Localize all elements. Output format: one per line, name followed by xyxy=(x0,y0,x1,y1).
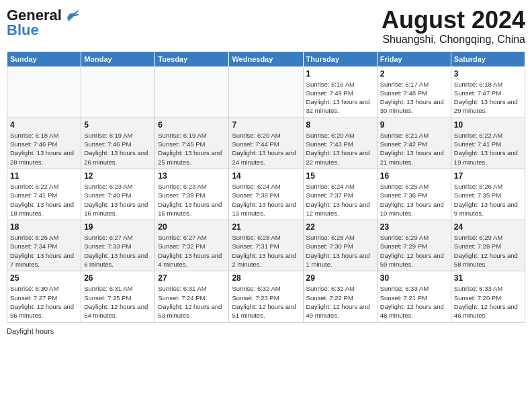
day-info: Sunrise: 6:28 AMSunset: 7:30 PMDaylight:… xyxy=(306,233,374,269)
calendar-cell: 21Sunrise: 6:28 AMSunset: 7:31 PMDayligh… xyxy=(229,220,303,271)
calendar-cell: 10Sunrise: 6:22 AMSunset: 7:41 PMDayligh… xyxy=(451,118,525,169)
calendar-day-header: Sunday xyxy=(7,51,81,66)
calendar-week-row: 18Sunrise: 6:26 AMSunset: 7:34 PMDayligh… xyxy=(7,220,525,271)
day-number: 7 xyxy=(232,120,300,130)
calendar-cell: 20Sunrise: 6:27 AMSunset: 7:32 PMDayligh… xyxy=(155,220,229,271)
calendar-cell: 28Sunrise: 6:32 AMSunset: 7:23 PMDayligh… xyxy=(229,271,303,322)
calendar-cell xyxy=(81,66,155,118)
calendar-cell: 13Sunrise: 6:23 AMSunset: 7:39 PMDayligh… xyxy=(155,169,229,220)
day-number: 12 xyxy=(84,171,152,181)
day-info: Sunrise: 6:24 AMSunset: 7:38 PMDaylight:… xyxy=(232,182,300,218)
calendar-cell: 18Sunrise: 6:26 AMSunset: 7:34 PMDayligh… xyxy=(7,220,81,271)
calendar-cell: 9Sunrise: 6:21 AMSunset: 7:42 PMDaylight… xyxy=(377,118,451,169)
day-info: Sunrise: 6:30 AMSunset: 7:27 PMDaylight:… xyxy=(10,284,78,320)
day-info: Sunrise: 6:29 AMSunset: 7:29 PMDaylight:… xyxy=(380,233,448,269)
calendar-day-header: Friday xyxy=(377,51,451,66)
calendar-day-header: Saturday xyxy=(451,51,525,66)
day-number: 4 xyxy=(10,120,78,130)
day-info: Sunrise: 6:33 AMSunset: 7:21 PMDaylight:… xyxy=(380,284,448,320)
calendar-day-header: Tuesday xyxy=(155,51,229,66)
calendar-cell: 6Sunrise: 6:19 AMSunset: 7:45 PMDaylight… xyxy=(155,118,229,169)
calendar-cell: 30Sunrise: 6:33 AMSunset: 7:21 PMDayligh… xyxy=(377,271,451,322)
calendar-cell xyxy=(155,66,229,118)
calendar-cell: 3Sunrise: 6:18 AMSunset: 7:47 PMDaylight… xyxy=(451,66,525,118)
day-number: 22 xyxy=(306,222,374,232)
day-info: Sunrise: 6:24 AMSunset: 7:37 PMDaylight:… xyxy=(306,182,374,218)
day-info: Sunrise: 6:31 AMSunset: 7:24 PMDaylight:… xyxy=(158,284,226,320)
day-info: Sunrise: 6:25 AMSunset: 7:36 PMDaylight:… xyxy=(380,182,448,218)
day-info: Sunrise: 6:23 AMSunset: 7:40 PMDaylight:… xyxy=(84,182,152,218)
day-info: Sunrise: 6:19 AMSunset: 7:46 PMDaylight:… xyxy=(84,131,152,167)
day-info: Sunrise: 6:20 AMSunset: 7:44 PMDaylight:… xyxy=(232,131,300,167)
logo: General Blue xyxy=(7,7,79,39)
day-info: Sunrise: 6:22 AMSunset: 7:41 PMDaylight:… xyxy=(10,182,78,218)
calendar-cell: 16Sunrise: 6:25 AMSunset: 7:36 PMDayligh… xyxy=(377,169,451,220)
day-info: Sunrise: 6:17 AMSunset: 7:48 PMDaylight:… xyxy=(380,80,448,116)
day-info: Sunrise: 6:33 AMSunset: 7:20 PMDaylight:… xyxy=(454,284,522,320)
day-number: 10 xyxy=(454,120,522,130)
calendar-cell xyxy=(229,66,303,118)
day-info: Sunrise: 6:18 AMSunset: 7:46 PMDaylight:… xyxy=(10,131,78,167)
calendar-cell: 5Sunrise: 6:19 AMSunset: 7:46 PMDaylight… xyxy=(81,118,155,169)
day-number: 27 xyxy=(158,273,226,283)
calendar-cell: 4Sunrise: 6:18 AMSunset: 7:46 PMDaylight… xyxy=(7,118,81,169)
calendar-day-header: Wednesday xyxy=(229,51,303,66)
day-number: 19 xyxy=(84,222,152,232)
day-info: Sunrise: 6:32 AMSunset: 7:22 PMDaylight:… xyxy=(306,284,374,320)
day-info: Sunrise: 6:23 AMSunset: 7:39 PMDaylight:… xyxy=(158,182,226,218)
calendar-cell: 17Sunrise: 6:26 AMSunset: 7:35 PMDayligh… xyxy=(451,169,525,220)
day-info: Sunrise: 6:32 AMSunset: 7:23 PMDaylight:… xyxy=(232,284,300,320)
day-info: Sunrise: 6:31 AMSunset: 7:25 PMDaylight:… xyxy=(84,284,152,320)
day-info: Sunrise: 6:18 AMSunset: 7:47 PMDaylight:… xyxy=(454,80,522,116)
day-number: 5 xyxy=(84,120,152,130)
calendar-week-row: 11Sunrise: 6:22 AMSunset: 7:41 PMDayligh… xyxy=(7,169,525,220)
day-number: 28 xyxy=(232,273,300,283)
day-number: 20 xyxy=(158,222,226,232)
footer: Daylight hours xyxy=(7,327,525,335)
daylight-hours-label: Daylight hours xyxy=(7,327,54,335)
calendar-cell: 7Sunrise: 6:20 AMSunset: 7:44 PMDaylight… xyxy=(229,118,303,169)
calendar-cell: 25Sunrise: 6:30 AMSunset: 7:27 PMDayligh… xyxy=(7,271,81,322)
day-number: 6 xyxy=(158,120,226,130)
day-number: 21 xyxy=(232,222,300,232)
day-info: Sunrise: 6:28 AMSunset: 7:31 PMDaylight:… xyxy=(232,233,300,269)
calendar-cell: 22Sunrise: 6:28 AMSunset: 7:30 PMDayligh… xyxy=(303,220,377,271)
title-block: August 2024 Shuangshi, Chongqing, China xyxy=(382,7,525,46)
calendar-cell: 2Sunrise: 6:17 AMSunset: 7:48 PMDaylight… xyxy=(377,66,451,118)
calendar-day-header: Monday xyxy=(81,51,155,66)
day-number: 8 xyxy=(306,120,374,130)
calendar-week-row: 25Sunrise: 6:30 AMSunset: 7:27 PMDayligh… xyxy=(7,271,525,322)
calendar-week-row: 1Sunrise: 6:16 AMSunset: 7:49 PMDaylight… xyxy=(7,66,525,118)
day-number: 3 xyxy=(454,69,522,79)
calendar-cell: 1Sunrise: 6:16 AMSunset: 7:49 PMDaylight… xyxy=(303,66,377,118)
day-info: Sunrise: 6:29 AMSunset: 7:28 PMDaylight:… xyxy=(454,233,522,269)
day-info: Sunrise: 6:27 AMSunset: 7:32 PMDaylight:… xyxy=(158,233,226,269)
calendar-cell: 19Sunrise: 6:27 AMSunset: 7:33 PMDayligh… xyxy=(81,220,155,271)
day-number: 31 xyxy=(454,273,522,283)
calendar-cell: 24Sunrise: 6:29 AMSunset: 7:28 PMDayligh… xyxy=(451,220,525,271)
calendar-cell xyxy=(7,66,81,118)
calendar-cell: 23Sunrise: 6:29 AMSunset: 7:29 PMDayligh… xyxy=(377,220,451,271)
day-number: 18 xyxy=(10,222,78,232)
logo-blue: Blue xyxy=(7,21,39,39)
day-info: Sunrise: 6:20 AMSunset: 7:43 PMDaylight:… xyxy=(306,131,374,167)
day-info: Sunrise: 6:26 AMSunset: 7:35 PMDaylight:… xyxy=(454,182,522,218)
calendar-table: SundayMondayTuesdayWednesdayThursdayFrid… xyxy=(7,51,525,323)
page-title: August 2024 xyxy=(382,7,525,34)
day-number: 24 xyxy=(454,222,522,232)
day-number: 1 xyxy=(306,69,374,79)
page-header: General Blue August 2024 Shuangshi, Chon… xyxy=(7,7,525,46)
calendar-cell: 15Sunrise: 6:24 AMSunset: 7:37 PMDayligh… xyxy=(303,169,377,220)
calendar-cell: 14Sunrise: 6:24 AMSunset: 7:38 PMDayligh… xyxy=(229,169,303,220)
day-info: Sunrise: 6:16 AMSunset: 7:49 PMDaylight:… xyxy=(306,80,374,116)
day-number: 30 xyxy=(380,273,448,283)
calendar-cell: 26Sunrise: 6:31 AMSunset: 7:25 PMDayligh… xyxy=(81,271,155,322)
calendar-cell: 12Sunrise: 6:23 AMSunset: 7:40 PMDayligh… xyxy=(81,169,155,220)
day-number: 23 xyxy=(380,222,448,232)
day-number: 13 xyxy=(158,171,226,181)
day-info: Sunrise: 6:21 AMSunset: 7:42 PMDaylight:… xyxy=(380,131,448,167)
day-info: Sunrise: 6:22 AMSunset: 7:41 PMDaylight:… xyxy=(454,131,522,167)
day-info: Sunrise: 6:26 AMSunset: 7:34 PMDaylight:… xyxy=(10,233,78,269)
day-number: 14 xyxy=(232,171,300,181)
calendar-cell: 31Sunrise: 6:33 AMSunset: 7:20 PMDayligh… xyxy=(451,271,525,322)
